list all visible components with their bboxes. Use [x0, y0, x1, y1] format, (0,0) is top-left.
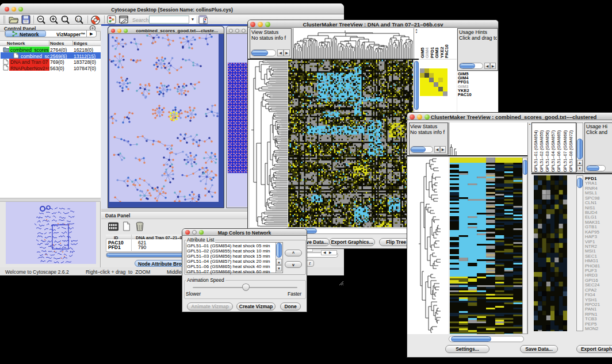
svg-text:1:1: 1:1 — [76, 18, 81, 21]
